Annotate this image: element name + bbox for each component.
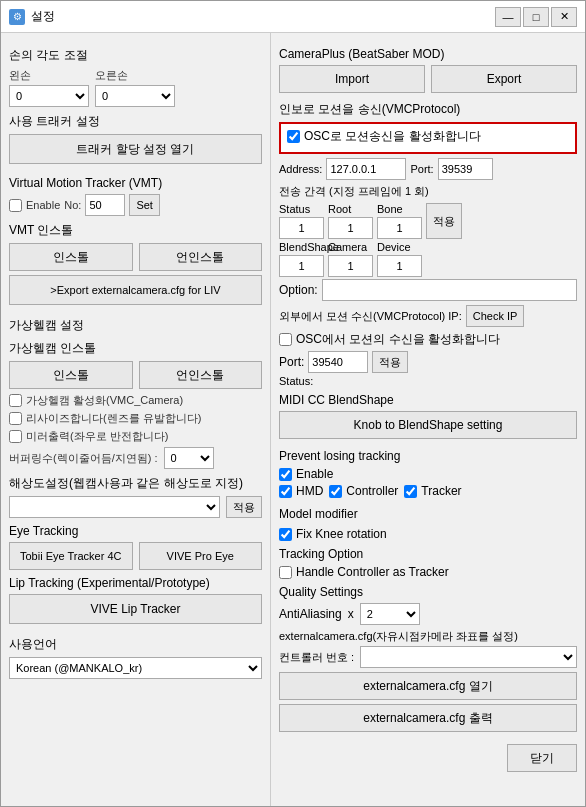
vive-pro-eye-button[interactable]: VIVE Pro Eye (139, 542, 263, 570)
osc-receive-checkbox[interactable] (279, 333, 292, 346)
port2-label: Port: (279, 355, 304, 369)
resolution-apply-button[interactable]: 적용 (226, 496, 262, 518)
cameraplus-label: CameraPlus (BeatSaber MOD) (279, 47, 577, 61)
grid-and-apply: Status Root Bone BlendShape Camera Devic… (279, 203, 577, 279)
controller-checkbox[interactable] (329, 485, 342, 498)
left-hand-select[interactable]: 0 (9, 85, 89, 107)
option-input[interactable] (322, 279, 577, 301)
handle-controller-checkbox[interactable] (279, 566, 292, 579)
bone-input[interactable] (377, 217, 422, 239)
virtual-cam-checkbox[interactable] (9, 394, 22, 407)
right-hand-select[interactable]: 0 (95, 85, 175, 107)
vmt-uninstall-button[interactable]: 언인스톨 (139, 243, 263, 271)
grid-header-1: Status Root Bone (279, 203, 422, 215)
osc-receive-label: OSC에서 모션의 수신을 활성화합니다 (296, 331, 500, 348)
controller-no-row: 컨트롤러 번호 : (279, 646, 577, 668)
hand-angle-row: 왼손 0 오른손 0 (9, 68, 262, 107)
external-cfg-label: externalcamera.cfg(자유시점카메라 좌표를 설정) (279, 629, 577, 644)
language-label: 사용언어 (9, 636, 262, 653)
virtual-cam-uninstall-button[interactable]: 언인스톨 (139, 361, 263, 389)
virtual-cam-install-label: 가상헬캠 인스톨 (9, 340, 262, 357)
port-input[interactable] (438, 158, 493, 180)
app-icon: ⚙ (9, 9, 25, 25)
grid-row-1 (279, 217, 422, 239)
left-panel: 손의 각도 조절 왼손 0 오른손 0 사용 트래커 설정 트래커 할당 설정 … (1, 33, 271, 806)
midi-label: MIDI CC BlendShape (279, 393, 577, 407)
external-vmc-label: 외부에서 모션 수신(VMCProtocol) IP: (279, 309, 462, 324)
vmt-enable-checkbox[interactable] (9, 199, 22, 212)
controller-no-select[interactable] (360, 646, 577, 668)
osc-send-checkbox[interactable] (287, 130, 300, 143)
blendshape-header: BlendShape (279, 241, 324, 253)
quality-label: Quality Settings (279, 585, 577, 599)
prevent-enable-checkbox[interactable] (279, 468, 292, 481)
vmc-label: 인보로 모션을 송신(VMCProtocol) (279, 101, 577, 118)
status-input[interactable] (279, 217, 324, 239)
prevent-enable-row: Enable (279, 467, 577, 481)
root-input[interactable] (328, 217, 373, 239)
maximize-button[interactable]: □ (523, 7, 549, 27)
antialiasing-label: AntiAliasing (279, 607, 342, 621)
port2-row: Port: 적용 (279, 351, 577, 373)
apply-vmc-button[interactable]: 적용 (426, 203, 462, 239)
camera-input[interactable] (328, 255, 373, 277)
tracker-assign-button[interactable]: 트래커 할당 설정 열기 (9, 134, 262, 164)
mirror-checkbox[interactable] (9, 430, 22, 443)
address-input[interactable] (326, 158, 406, 180)
buffer-row: 버퍼링수(렉이줄어듬/지연됨) : 0 (9, 447, 262, 469)
export-button[interactable]: Export (431, 65, 577, 93)
resize-checkbox[interactable] (9, 412, 22, 425)
bone-header: Bone (377, 203, 422, 215)
address-label: Address: (279, 163, 322, 175)
export-external-button[interactable]: >Export externalcamera.cfg for LIV (9, 275, 262, 305)
prevent-options-row: HMD Controller Tracker (279, 484, 577, 501)
close-button[interactable]: ✕ (551, 7, 577, 27)
device-input[interactable] (377, 255, 422, 277)
vmt-install-button[interactable]: 인스톨 (9, 243, 133, 271)
language-select[interactable]: Korean (@MANKALO_kr) (9, 657, 262, 679)
close-btn-row: 닫기 (279, 744, 577, 772)
eye-tracking-label: Eye Tracking (9, 524, 262, 538)
apply-receive-button[interactable]: 적용 (372, 351, 408, 373)
osc-send-label: OSC로 모션송신을 활성화합니다 (304, 128, 481, 145)
blendshape-input[interactable] (279, 255, 324, 277)
port2-input[interactable] (308, 351, 368, 373)
root-header: Root (328, 203, 373, 215)
tobii-button[interactable]: Tobii Eye Tracker 4C (9, 542, 133, 570)
vmt-set-button[interactable]: Set (129, 194, 160, 216)
virtual-cam-install-button[interactable]: 인스톨 (9, 361, 133, 389)
vmt-no-input[interactable] (85, 194, 125, 216)
address-row: Address: Port: (279, 158, 577, 180)
handle-controller-row: Handle Controller as Tracker (279, 565, 577, 579)
vive-lip-button[interactable]: VIVE Lip Tracker (9, 594, 262, 624)
check-ip-button[interactable]: Check IP (466, 305, 525, 327)
controller-label: Controller (346, 484, 398, 498)
import-export-row: Import Export (279, 65, 577, 93)
antialiasing-x-label: x (348, 607, 354, 621)
fix-knee-checkbox[interactable] (279, 528, 292, 541)
virtual-cam-label: 가상헬캠 설정 (9, 317, 262, 334)
vmt-enable-row: Enable No: Set (9, 194, 262, 216)
right-panel: CameraPlus (BeatSaber MOD) Import Export… (271, 33, 585, 806)
buffer-select[interactable]: 0 (164, 447, 214, 469)
import-button[interactable]: Import (279, 65, 425, 93)
resolution-select[interactable] (9, 496, 220, 518)
open-cfg-button[interactable]: externalcamera.cfg 열기 (279, 672, 577, 700)
close-main-button[interactable]: 닫기 (507, 744, 577, 772)
tracker-checkbox[interactable] (404, 485, 417, 498)
output-cfg-button[interactable]: externalcamera.cfg 출력 (279, 704, 577, 732)
antialiasing-select[interactable]: 2 (360, 603, 420, 625)
fix-knee-row: Fix Knee rotation (279, 527, 577, 541)
knob-button[interactable]: Knob to BlendShape setting (279, 411, 577, 439)
vmt-btn-row: 인스톨 언인스톨 (9, 243, 262, 271)
hmd-label: HMD (296, 484, 323, 498)
minimize-button[interactable]: — (495, 7, 521, 27)
option-row: Option: (279, 279, 577, 301)
main-window: ⚙ 설정 — □ ✕ 손의 각도 조절 왼손 0 오른손 (0, 0, 586, 807)
fix-knee-label: Fix Knee rotation (296, 527, 387, 541)
osc-receive-row: OSC에서 모션의 수신을 활성화합니다 (279, 331, 577, 348)
right-hand-col: 오른손 0 (95, 68, 175, 107)
grid-section: Status Root Bone BlendShape Camera Devic… (279, 203, 422, 279)
resize-row: 리사이즈합니다(렌즈를 유발합니다) (9, 411, 262, 426)
hmd-checkbox[interactable] (279, 485, 292, 498)
